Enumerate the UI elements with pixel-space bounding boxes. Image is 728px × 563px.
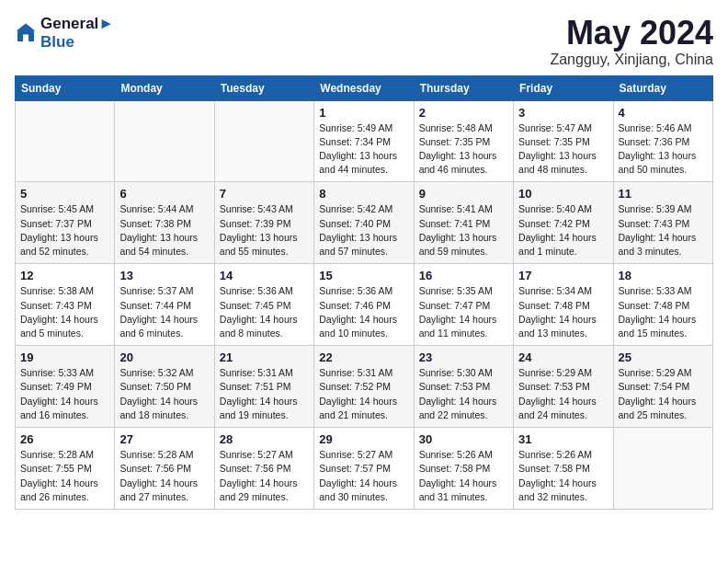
day-info: Sunrise: 5:36 AM Sunset: 7:45 PM Dayligh… — [220, 284, 309, 340]
day-number: 20 — [119, 350, 209, 364]
day-cell-22: 22Sunrise: 5:31 AM Sunset: 7:52 PM Dayli… — [314, 346, 414, 428]
day-info: Sunrise: 5:47 AM Sunset: 7:35 PM Dayligh… — [518, 121, 608, 178]
day-cell-1: 1Sunrise: 5:49 AM Sunset: 7:34 PM Daylig… — [314, 100, 414, 182]
day-cell-9: 9Sunrise: 5:41 AM Sunset: 7:41 PM Daylig… — [414, 182, 513, 264]
day-cell-27: 27Sunrise: 5:28 AM Sunset: 7:56 PM Dayli… — [115, 428, 214, 510]
day-number: 5 — [20, 187, 109, 201]
day-number: 1 — [319, 106, 408, 120]
day-info: Sunrise: 5:31 AM Sunset: 7:52 PM Dayligh… — [319, 366, 408, 422]
col-header-thursday: Thursday — [414, 75, 513, 100]
logo-icon — [15, 22, 37, 44]
day-number: 13 — [119, 269, 209, 282]
day-number: 19 — [20, 350, 109, 364]
day-cell-3: 3Sunrise: 5:47 AM Sunset: 7:35 PM Daylig… — [514, 100, 613, 182]
col-header-friday: Friday — [514, 75, 613, 100]
day-number: 17 — [518, 269, 608, 282]
day-info: Sunrise: 5:49 AM Sunset: 7:34 PM Dayligh… — [319, 121, 408, 178]
day-number: 15 — [319, 269, 408, 282]
day-number: 18 — [619, 269, 708, 282]
day-number: 23 — [419, 350, 508, 364]
col-header-wednesday: Wednesday — [314, 75, 414, 100]
day-info: Sunrise: 5:34 AM Sunset: 7:48 PM Dayligh… — [518, 284, 608, 340]
empty-cell — [613, 428, 712, 510]
day-number: 10 — [518, 187, 608, 201]
day-info: Sunrise: 5:26 AM Sunset: 7:58 PM Dayligh… — [518, 448, 608, 504]
header-row: SundayMondayTuesdayWednesdayThursdayFrid… — [16, 75, 713, 100]
day-cell-7: 7Sunrise: 5:43 AM Sunset: 7:39 PM Daylig… — [214, 182, 313, 264]
day-cell-19: 19Sunrise: 5:33 AM Sunset: 7:49 PM Dayli… — [16, 346, 115, 428]
day-info: Sunrise: 5:39 AM Sunset: 7:43 PM Dayligh… — [619, 202, 708, 259]
location-subtitle: Zangguy, Xinjiang, China — [550, 52, 713, 68]
day-info: Sunrise: 5:28 AM Sunset: 7:56 PM Dayligh… — [119, 448, 209, 504]
day-info: Sunrise: 5:37 AM Sunset: 7:44 PM Dayligh… — [119, 284, 209, 340]
day-cell-4: 4Sunrise: 5:46 AM Sunset: 7:36 PM Daylig… — [613, 100, 712, 182]
day-number: 26 — [20, 432, 109, 446]
day-cell-25: 25Sunrise: 5:29 AM Sunset: 7:54 PM Dayli… — [613, 346, 712, 428]
day-number: 7 — [220, 187, 309, 201]
day-cell-14: 14Sunrise: 5:36 AM Sunset: 7:45 PM Dayli… — [214, 264, 313, 346]
day-cell-18: 18Sunrise: 5:33 AM Sunset: 7:48 PM Dayli… — [613, 264, 712, 346]
day-number: 30 — [419, 432, 508, 446]
col-header-saturday: Saturday — [613, 75, 712, 100]
day-number: 29 — [319, 432, 408, 446]
day-cell-28: 28Sunrise: 5:27 AM Sunset: 7:56 PM Dayli… — [214, 428, 313, 510]
day-info: Sunrise: 5:31 AM Sunset: 7:51 PM Dayligh… — [220, 366, 309, 422]
week-row-5: 26Sunrise: 5:28 AM Sunset: 7:55 PM Dayli… — [16, 428, 713, 510]
day-cell-23: 23Sunrise: 5:30 AM Sunset: 7:53 PM Dayli… — [414, 346, 513, 428]
day-number: 28 — [220, 432, 309, 446]
col-header-sunday: Sunday — [16, 75, 115, 100]
empty-cell — [214, 100, 313, 182]
logo: General► Blue — [15, 15, 114, 52]
week-row-1: 1Sunrise: 5:49 AM Sunset: 7:34 PM Daylig… — [16, 100, 713, 182]
day-info: Sunrise: 5:43 AM Sunset: 7:39 PM Dayligh… — [220, 202, 309, 259]
day-cell-13: 13Sunrise: 5:37 AM Sunset: 7:44 PM Dayli… — [115, 264, 214, 346]
day-info: Sunrise: 5:48 AM Sunset: 7:35 PM Dayligh… — [419, 121, 508, 178]
page-header: General► Blue May 2024 Zangguy, Xinjiang… — [15, 15, 713, 68]
day-cell-8: 8Sunrise: 5:42 AM Sunset: 7:40 PM Daylig… — [314, 182, 414, 264]
day-info: Sunrise: 5:41 AM Sunset: 7:41 PM Dayligh… — [419, 202, 508, 259]
day-number: 6 — [119, 187, 209, 201]
col-header-tuesday: Tuesday — [214, 75, 313, 100]
day-number: 8 — [319, 187, 408, 201]
day-cell-29: 29Sunrise: 5:27 AM Sunset: 7:57 PM Dayli… — [314, 428, 414, 510]
day-cell-30: 30Sunrise: 5:26 AM Sunset: 7:58 PM Dayli… — [414, 428, 513, 510]
day-number: 31 — [518, 432, 608, 446]
day-info: Sunrise: 5:33 AM Sunset: 7:48 PM Dayligh… — [619, 284, 708, 340]
day-cell-20: 20Sunrise: 5:32 AM Sunset: 7:50 PM Dayli… — [115, 346, 214, 428]
day-info: Sunrise: 5:27 AM Sunset: 7:56 PM Dayligh… — [220, 448, 309, 504]
day-cell-12: 12Sunrise: 5:38 AM Sunset: 7:43 PM Dayli… — [16, 264, 115, 346]
day-cell-26: 26Sunrise: 5:28 AM Sunset: 7:55 PM Dayli… — [16, 428, 115, 510]
day-number: 9 — [419, 187, 508, 201]
day-number: 4 — [619, 106, 708, 120]
week-row-4: 19Sunrise: 5:33 AM Sunset: 7:49 PM Dayli… — [16, 346, 713, 428]
day-number: 21 — [220, 350, 309, 364]
calendar-table: SundayMondayTuesdayWednesdayThursdayFrid… — [15, 75, 713, 510]
day-number: 16 — [419, 269, 508, 282]
day-cell-6: 6Sunrise: 5:44 AM Sunset: 7:38 PM Daylig… — [115, 182, 214, 264]
week-row-3: 12Sunrise: 5:38 AM Sunset: 7:43 PM Dayli… — [16, 264, 713, 346]
day-number: 12 — [20, 269, 109, 282]
day-number: 2 — [419, 106, 508, 120]
day-info: Sunrise: 5:29 AM Sunset: 7:53 PM Dayligh… — [518, 366, 608, 422]
day-cell-10: 10Sunrise: 5:40 AM Sunset: 7:42 PM Dayli… — [514, 182, 613, 264]
day-cell-11: 11Sunrise: 5:39 AM Sunset: 7:43 PM Dayli… — [613, 182, 712, 264]
day-number: 11 — [619, 187, 708, 201]
day-cell-24: 24Sunrise: 5:29 AM Sunset: 7:53 PM Dayli… — [514, 346, 613, 428]
day-info: Sunrise: 5:38 AM Sunset: 7:43 PM Dayligh… — [20, 284, 109, 340]
day-info: Sunrise: 5:42 AM Sunset: 7:40 PM Dayligh… — [319, 202, 408, 259]
day-number: 25 — [619, 350, 708, 364]
empty-cell — [115, 100, 214, 182]
day-info: Sunrise: 5:44 AM Sunset: 7:38 PM Dayligh… — [119, 202, 209, 259]
day-cell-15: 15Sunrise: 5:36 AM Sunset: 7:46 PM Dayli… — [314, 264, 414, 346]
day-info: Sunrise: 5:46 AM Sunset: 7:36 PM Dayligh… — [619, 121, 708, 178]
day-cell-2: 2Sunrise: 5:48 AM Sunset: 7:35 PM Daylig… — [414, 100, 513, 182]
svg-rect-2 — [23, 35, 28, 42]
day-cell-17: 17Sunrise: 5:34 AM Sunset: 7:48 PM Dayli… — [514, 264, 613, 346]
day-cell-21: 21Sunrise: 5:31 AM Sunset: 7:51 PM Dayli… — [214, 346, 313, 428]
day-number: 22 — [319, 350, 408, 364]
day-number: 14 — [220, 269, 309, 282]
day-info: Sunrise: 5:35 AM Sunset: 7:47 PM Dayligh… — [419, 284, 508, 340]
day-number: 27 — [119, 432, 209, 446]
day-info: Sunrise: 5:28 AM Sunset: 7:55 PM Dayligh… — [20, 448, 109, 504]
logo-text: General► Blue — [40, 15, 114, 52]
